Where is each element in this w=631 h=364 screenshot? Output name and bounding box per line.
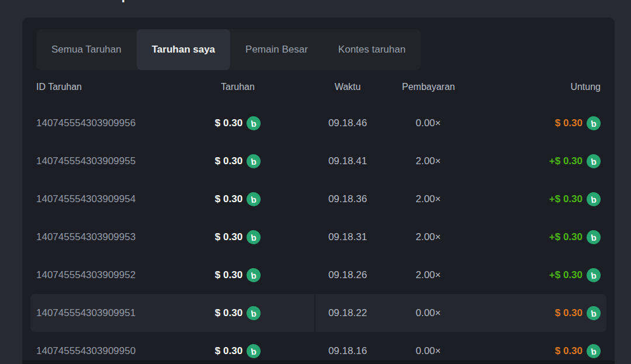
- profit-cell: +$ 0.30b: [455, 268, 601, 282]
- payout-multiplier-cell: 2.00×: [402, 193, 455, 205]
- bet-id-cell: 140745554303909950: [36, 345, 182, 357]
- profit-cell: $ 0.30b: [455, 116, 601, 130]
- column-header-pembayaran: Pembayaran: [402, 82, 455, 92]
- coin-icon: b: [246, 229, 262, 245]
- bet-amount-cell: $ 0.30b: [182, 306, 293, 320]
- column-header-id-taruhan: ID Taruhan: [36, 82, 182, 92]
- bet-amount: $ 0.30: [215, 231, 242, 243]
- bet-amount: $ 0.30: [215, 193, 242, 205]
- coin-icon: b: [585, 115, 601, 131]
- table-header-row: ID TaruhanTaruhanWaktuPembayaranUntung: [36, 70, 601, 104]
- bet-amount-cell: $ 0.30b: [182, 192, 293, 206]
- card-bottom-edge: [22, 360, 615, 364]
- bets-tab-bar: Semua TaruhanTaruhan sayaPemain BesarKon…: [36, 29, 421, 70]
- coin-icon: b: [585, 343, 601, 359]
- bet-id-cell: 140745554303909953: [36, 231, 182, 243]
- payout-multiplier-cell: 0.00×: [402, 307, 455, 319]
- bet-amount: $ 0.30: [215, 155, 242, 167]
- bet-amount: $ 0.30: [215, 269, 242, 281]
- bet-amount-cell: $ 0.30b: [182, 154, 293, 168]
- tab-kontes-taruhan[interactable]: Kontes taruhan: [323, 29, 421, 70]
- table-row[interactable]: 140745554303909954$ 0.30b09.18.362.00×+$…: [36, 180, 601, 218]
- bet-amount-cell: $ 0.30b: [182, 268, 293, 282]
- table-row[interactable]: 140745554303909951$ 0.30b09.18.220.00×$ …: [30, 294, 606, 332]
- table-row[interactable]: 140745554303909955$ 0.30b09.18.412.00×+$…: [36, 142, 601, 180]
- table-row[interactable]: 140745554303909953$ 0.30b09.18.312.00×+$…: [36, 218, 601, 256]
- table-row[interactable]: 140745554303909950$ 0.30b09.18.160.00×$ …: [36, 332, 601, 364]
- bet-amount: $ 0.30: [215, 307, 242, 319]
- bet-id-cell: 140745554303909955: [36, 155, 182, 167]
- profit-cell: +$ 0.30b: [455, 154, 601, 168]
- payout-multiplier-cell: 2.00×: [402, 155, 455, 167]
- coin-icon: b: [585, 191, 601, 207]
- coin-icon: b: [246, 153, 262, 169]
- page: Taruhan & Balapan terbaru Semua TaruhanT…: [0, 0, 631, 364]
- bet-time-cell: 09.18.26: [293, 269, 402, 281]
- bet-amount: $ 0.30: [215, 345, 242, 357]
- bet-amount-cell: $ 0.30b: [182, 230, 293, 244]
- profit-cell: $ 0.30b: [455, 344, 601, 358]
- column-header-untung: Untung: [455, 82, 601, 92]
- bet-id-cell: 140745554303909951: [36, 307, 182, 319]
- coin-icon: b: [246, 191, 262, 207]
- profit-cell: +$ 0.30b: [455, 192, 601, 206]
- tab-semua-taruhan[interactable]: Semua Taruhan: [36, 29, 137, 70]
- bet-amount: $ 0.30: [215, 117, 242, 129]
- bet-amount-cell: $ 0.30b: [182, 344, 293, 358]
- profit-cell: +$ 0.30b: [455, 230, 601, 244]
- profit-amount: +$ 0.30: [549, 193, 583, 205]
- coin-icon: b: [585, 267, 601, 283]
- bet-time-cell: 09.18.31: [293, 231, 402, 243]
- column-header-waktu: Waktu: [293, 82, 402, 92]
- bet-id-cell: 140745554303909956: [36, 117, 182, 129]
- table-row[interactable]: 140745554303909952$ 0.30b09.18.262.00×+$…: [36, 256, 601, 294]
- profit-amount: +$ 0.30: [549, 155, 583, 167]
- profit-amount: $ 0.30: [555, 307, 583, 319]
- table-row[interactable]: 140745554303909956$ 0.30b09.18.460.00×$ …: [36, 104, 601, 142]
- coin-icon: b: [246, 267, 262, 283]
- page-title: Taruhan & Balapan terbaru: [22, 0, 197, 3]
- coin-icon: b: [585, 229, 601, 245]
- coin-icon: b: [246, 343, 262, 359]
- coin-icon: b: [585, 305, 601, 321]
- profit-cell: $ 0.30b: [455, 306, 601, 320]
- profit-amount: $ 0.30: [555, 117, 583, 129]
- profit-amount: $ 0.30: [555, 345, 583, 357]
- bets-card: Semua TaruhanTaruhan sayaPemain BesarKon…: [22, 18, 615, 364]
- tab-taruhan-saya[interactable]: Taruhan saya: [137, 29, 230, 70]
- bet-time-cell: 09.18.22: [293, 307, 402, 319]
- bet-id-cell: 140745554303909952: [36, 269, 182, 281]
- column-header-taruhan: Taruhan: [182, 82, 293, 92]
- payout-multiplier-cell: 0.00×: [402, 345, 455, 357]
- coin-icon: b: [585, 153, 601, 169]
- bet-time-cell: 09.18.41: [293, 155, 402, 167]
- bet-id-cell: 140745554303909954: [36, 193, 182, 205]
- coin-icon: b: [246, 305, 262, 321]
- bet-amount-cell: $ 0.30b: [182, 116, 293, 130]
- payout-multiplier-cell: 2.00×: [402, 231, 455, 243]
- profit-amount: +$ 0.30: [549, 231, 583, 243]
- profit-amount: +$ 0.30: [549, 269, 583, 281]
- payout-multiplier-cell: 0.00×: [402, 117, 455, 129]
- tab-pemain-besar[interactable]: Pemain Besar: [230, 29, 323, 70]
- payout-multiplier-cell: 2.00×: [402, 269, 455, 281]
- bet-time-cell: 09.18.36: [293, 193, 402, 205]
- coin-icon: b: [246, 115, 262, 131]
- bet-time-cell: 09.18.16: [293, 345, 402, 357]
- bet-time-cell: 09.18.46: [293, 117, 402, 129]
- table-body: 140745554303909956$ 0.30b09.18.460.00×$ …: [36, 104, 601, 364]
